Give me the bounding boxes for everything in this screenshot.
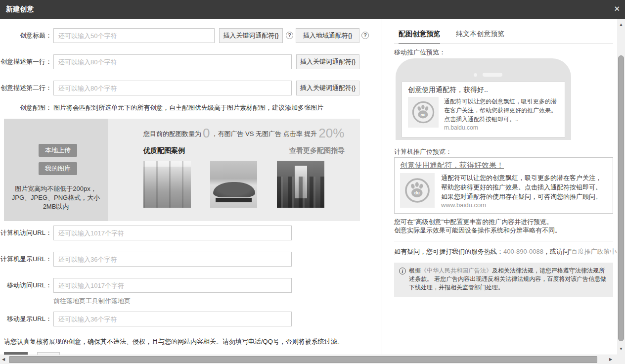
ctr-lift-value: 20% <box>317 126 346 140</box>
example-image-interior <box>143 161 191 208</box>
help-icon[interactable]: ? <box>286 32 293 39</box>
advanced-creative-tip: 您可在"高级创意"中配置更丰富的推广内容并进行预览。 <box>394 218 553 226</box>
mobile-ad-url: m.baidu.com <box>444 124 559 131</box>
scroll-up-arrow-icon[interactable]: ▲ <box>619 23 623 27</box>
insert-keyword-wildcard-button[interactable]: 插入关键词通配符{} <box>219 28 283 43</box>
help-icon[interactable]: ? <box>361 32 369 39</box>
paw-icon: du <box>411 100 436 125</box>
image-requirements-text: 图片宽高均不能低于200px，JPG、JPEG、PNG格式，大小2MB以内 <box>9 184 103 211</box>
preview-divider <box>394 241 613 241</box>
desc-line1-label: 创意描述第一行： <box>0 54 52 69</box>
panel-divider <box>382 19 382 355</box>
scroll-right-arrow-icon[interactable]: ▶ <box>609 358 612 362</box>
desc-line2-input[interactable] <box>53 81 292 95</box>
example-image-building <box>277 161 324 208</box>
desc-line2-label: 创意描述第二行： <box>0 81 52 95</box>
insert-keyword-wildcard-button[interactable]: 插入关键词通配符{} <box>296 81 359 95</box>
tab-text-creative-preview[interactable]: 纯文本创意预览 <box>456 30 504 39</box>
tab-image-creative-preview[interactable]: 配图创意预览 <box>399 30 440 44</box>
insert-keyword-wildcard-button[interactable]: 插入关键词通配符{} <box>296 54 359 69</box>
advertising-law-link[interactable]: 《中华人民共和国广告法》 <box>421 267 492 274</box>
creative-title-label: 创意标题： <box>0 28 52 43</box>
info-icon: i <box>399 268 406 274</box>
stats-prefix: 您目前的配图数量为 <box>143 130 201 137</box>
legal-notice-box: i 根据《中华人民共和国广告法》及相关法律法规，请您严格遵守法律法规所述条款。 … <box>394 263 613 297</box>
example-image-car <box>210 161 257 208</box>
pc-ad-body: 通配符可以让您的创意飘红，吸引更多的潜在客户关注，帮助您获得更好的推广效果。点击… <box>441 173 607 201</box>
hotline-number: 400-890-0088 <box>503 248 543 255</box>
mobile-display-url-input[interactable] <box>53 312 292 326</box>
creative-image-label: 创意配图： <box>0 100 52 115</box>
baidu-paw-logo: du <box>400 173 435 208</box>
mobile-display-url-label: 移动显示URL： <box>0 312 52 326</box>
baidu-paw-logo: du <box>408 97 439 128</box>
policy-center-link[interactable]: 百度推广政策中心 <box>572 248 623 255</box>
pc-target-url-label: 计算机访问URL： <box>0 226 52 240</box>
close-icon[interactable]: ✕ <box>614 4 620 13</box>
vertical-scrollbar-thumb[interactable] <box>618 55 624 341</box>
local-upload-button[interactable]: 本地上传 <box>39 144 77 157</box>
upload-panel: 本地上传 我的图库 图片宽高均不能低于200px，JPG、JPEG、PNG格式，… <box>4 119 108 221</box>
phone-mockup: 创意使用通配符，获得好.. du 通配符可以让您的创意飘红，吸引更多的潜在客户关… <box>396 58 571 140</box>
pc-ad-url: www.baidu.com <box>441 201 607 209</box>
display-difference-tip: 创意实际显示效果可能因设备操作系统和分辨率略有不同。 <box>394 226 561 234</box>
scroll-left-arrow-icon[interactable]: ◀ <box>2 358 5 362</box>
insert-region-wildcard-button[interactable]: 插入地域通配符{} <box>296 28 359 43</box>
svg-text:du: du <box>414 190 420 195</box>
hotline-mid: ，或访问" <box>543 248 572 255</box>
mobile-preview-label: 移动推广位预览： <box>394 48 446 57</box>
svg-text:du: du <box>420 113 425 117</box>
vertical-scrollbar[interactable]: ▲ ▼ <box>617 19 625 364</box>
pc-ad-title[interactable]: 创意使用通配符，获得好效果！ <box>400 161 607 170</box>
desc-line1-input[interactable] <box>53 54 292 69</box>
more-image-guide-link[interactable]: 查看更多配图指导 <box>289 146 345 155</box>
phone-speaker <box>483 73 502 77</box>
image-examples-panel: 您目前的配图数量为0，有图广告 VS 无图广告 点击率 提升20% 优质配图案例… <box>108 119 360 221</box>
mobile-ad-card: 创意使用通配符，获得好.. du 通配符可以让您的创意飘红，吸引更多的潜在客户关… <box>402 82 565 137</box>
horizontal-scrollbar-thumb[interactable] <box>9 356 597 363</box>
legal-prefix: 根据 <box>409 267 421 274</box>
pc-display-url-label: 计算机显示URL： <box>0 252 52 267</box>
mobile-target-url-input[interactable] <box>53 278 292 293</box>
scroll-down-arrow-icon[interactable]: ▼ <box>619 347 623 351</box>
legal-notice-text: 根据《中华人民共和国广告法》及相关法律法规，请您严格遵守法律法规所述条款。 若您… <box>409 267 608 293</box>
examples-title: 优质配图案例 <box>143 146 185 155</box>
horizontal-scrollbar[interactable]: ◀ ▶ <box>0 355 617 364</box>
pc-display-url-input[interactable] <box>53 252 292 267</box>
mobile-target-url-label: 移动访问URL： <box>0 278 52 293</box>
creative-image-hint: 图片将会匹配到所选单元下的所有创意，自主配图优先级高于图片素材配图，建议添加多张… <box>53 100 370 115</box>
compliance-warning-text: 请您认真复核将展现的创意，确保其不违法、侵权，且与您的网站内容相关。请勿填写电话… <box>4 337 370 346</box>
my-gallery-button[interactable]: 我的图库 <box>39 162 77 175</box>
image-count-value: 0 <box>201 126 211 140</box>
hotline-text: 如有疑问，您可拨打我们的服务热线：400-890-0088，或访问"百度推广政策… <box>394 247 622 256</box>
pc-preview-label: 计算机推广位预览： <box>394 147 452 156</box>
dialog-titlebar: 新建创意 ✕ <box>0 0 625 19</box>
pc-ad-card: 创意使用通配符，获得好效果！ du 通配符可以让您的创意飘红，吸引更多的潜在客户… <box>394 157 613 214</box>
dialog-title: 新建创意 <box>6 5 34 14</box>
hotline-prefix: 如有疑问，您可拨打我们的服务热线： <box>394 248 503 255</box>
phone-camera-dot <box>474 73 477 77</box>
pc-target-url-input[interactable] <box>53 226 292 240</box>
stats-mid: ，有图广告 VS 无图广告 点击率 提升 <box>211 130 317 137</box>
new-creative-dialog: 新建创意 ✕ 创意标题： 插入关键词通配符{} ? 插入地域通配符{} ? 创意… <box>0 0 625 364</box>
mobile-ad-body: 通配符可以让您的创意飘红，吸引更多的潜在客户关注，帮助您获得更好的推广效果。点击… <box>444 97 559 124</box>
paw-icon: du <box>403 177 431 204</box>
mobile-ad-title: 创意使用通配符，获得好.. <box>408 86 559 94</box>
landing-page-tool-link[interactable]: 前往落地页工具制作落地页 <box>53 297 131 306</box>
tab-underline <box>394 43 613 44</box>
creative-title-input[interactable] <box>53 28 215 43</box>
image-count-stats: 您目前的配图数量为0，有图广告 VS 无图广告 点击率 提升20% <box>143 126 346 141</box>
